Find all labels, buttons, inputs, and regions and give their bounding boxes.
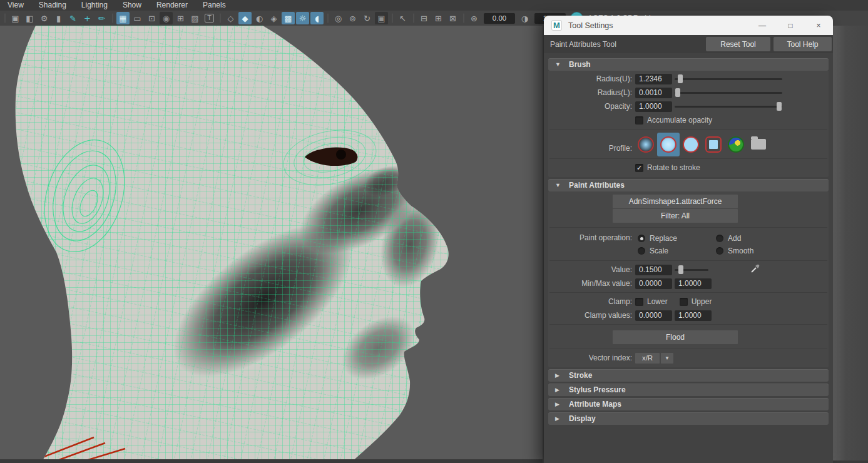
menu-view[interactable]: View [0, 0, 31, 11]
radius-l-field[interactable]: 0.0010 [635, 88, 672, 98]
accumulate-opacity-label: Accumulate opacity [647, 116, 712, 125]
resolution-gate-icon[interactable]: ⊡ [145, 12, 158, 24]
field-chart-icon-glyph: T [205, 14, 213, 23]
material-sphere-icon[interactable]: ◐ [253, 12, 266, 24]
clamp-upper-checkbox[interactable] [680, 298, 688, 306]
solid-icon [683, 136, 699, 153]
edit-region-icon-glyph: ⊠ [449, 14, 456, 23]
rotate-to-stroke-checkbox[interactable] [635, 164, 643, 172]
image-profile-button[interactable] [725, 133, 747, 156]
viewport-3d[interactable]: persp [0, 26, 543, 463]
radio-replace[interactable]: Replace [638, 234, 716, 243]
grid-toggle-icon[interactable]: ▦ [116, 12, 130, 24]
lighting-icon[interactable]: ☼ [296, 12, 309, 24]
ao-icon[interactable]: ◎ [332, 12, 345, 24]
motion-blur-icon[interactable]: ⊚ [346, 12, 359, 24]
radio-add[interactable]: Add [716, 234, 797, 243]
radius-u-slider[interactable] [675, 74, 782, 83]
square-icon [705, 136, 722, 153]
attribute-select-button[interactable]: AdnSimshape1.attractForce [613, 195, 738, 208]
viewport-canvas[interactable] [0, 26, 543, 463]
square-profile-button[interactable] [702, 133, 725, 156]
use-all-lights-icon[interactable]: ▩ [282, 12, 295, 24]
exposure-icon[interactable]: ⊛ [467, 12, 481, 24]
chevron-down-icon[interactable]: ▼ [661, 353, 673, 364]
reset-tool-button[interactable]: Reset Tool [706, 37, 770, 51]
value-field[interactable]: 0.1500 [635, 265, 672, 275]
section-stylus-pressure[interactable]: ▶Stylus Pressure [548, 384, 829, 396]
vector-index-label: Vector index: [548, 354, 632, 362]
section-attribute-maps[interactable]: ▶Attribute Maps [548, 398, 829, 410]
flood-button[interactable]: Flood [613, 330, 738, 344]
accumulate-opacity-checkbox[interactable] [635, 116, 643, 125]
shaded-mode-icon[interactable]: ◆ [238, 12, 252, 24]
maximize-icon[interactable]: □ [786, 21, 795, 30]
window-titlebar[interactable]: M Tool Settings — □ × [544, 16, 833, 35]
maya-application: ViewShadingLightingShowRendererPanels ▣◧… [0, 0, 868, 463]
radio-smooth[interactable]: Smooth [716, 247, 797, 255]
radius-u-field[interactable]: 1.2346 [635, 74, 672, 84]
min-value-field[interactable]: 0.0000 [635, 278, 672, 289]
gate-mask-icon[interactable]: ◉ [160, 12, 173, 24]
vector-index-dropdown[interactable]: x/R [635, 353, 660, 364]
exposure-field[interactable]: 0.00 [484, 13, 515, 24]
clamp-min-field[interactable]: 0.0000 [635, 310, 672, 321]
isolate-select-icon[interactable]: ⊟ [417, 12, 431, 24]
filter-button[interactable]: Filter: All [613, 209, 738, 223]
textured-mode-icon[interactable]: ◈ [267, 12, 280, 24]
pen-tool-icon[interactable]: ✏ [95, 12, 108, 24]
multi-pass-icon-glyph: ▣ [377, 14, 385, 23]
menu-renderer[interactable]: Renderer [149, 0, 195, 11]
tool-settings-window: M Tool Settings — □ × Paint Attributes T… [544, 16, 833, 463]
image-plane-icon[interactable]: ▨ [188, 12, 202, 24]
max-value-field[interactable]: 1.0000 [675, 278, 712, 289]
field-chart-icon[interactable]: T [203, 12, 216, 24]
camera-settings-icon[interactable]: ⚙ [38, 12, 51, 24]
opacity-field[interactable]: 1.0000 [635, 101, 672, 112]
radius-l-slider[interactable] [675, 88, 782, 97]
value-slider[interactable] [675, 265, 708, 274]
radio-scale[interactable]: Scale [638, 247, 716, 255]
anti-alias-icon[interactable]: ↻ [360, 12, 374, 24]
section-stroke[interactable]: ▶Stroke [548, 369, 829, 382]
film-gate-icon[interactable]: ▭ [131, 12, 144, 24]
clamp-lower-checkbox[interactable] [635, 298, 643, 306]
tool-header: Paint Attributes Tool Reset Tool Tool He… [544, 35, 833, 53]
menu-panels[interactable]: Panels [195, 0, 233, 11]
gamma-icon[interactable]: ◑ [518, 12, 531, 24]
section-display[interactable]: ▶Display [548, 412, 829, 425]
eyedropper-icon[interactable] [750, 263, 761, 274]
camera-lock-icon[interactable]: ◧ [23, 12, 36, 24]
minimize-icon[interactable]: — [758, 21, 767, 30]
close-icon[interactable]: × [814, 21, 823, 30]
tool-help-button[interactable]: Tool Help [774, 37, 832, 51]
solid-profile-button[interactable] [680, 133, 702, 156]
edit-region-icon[interactable]: ⊠ [446, 12, 459, 24]
menu-lighting[interactable]: Lighting [74, 0, 115, 11]
radio-scale-label: Scale [650, 247, 668, 255]
gaussian-profile-button[interactable] [635, 133, 657, 156]
section-brush[interactable]: ▼ Brush [548, 58, 829, 71]
isolate-add-icon[interactable]: ⊞ [432, 12, 445, 24]
soft-profile-button[interactable] [657, 133, 680, 156]
menu-shading[interactable]: Shading [31, 0, 74, 11]
camera-icon[interactable]: ▣ [9, 12, 22, 24]
wireframe-mode-icon[interactable]: ◇ [224, 12, 237, 24]
browse-profile-button[interactable] [747, 133, 770, 156]
resolution-gate-icon-glyph: ⊡ [148, 14, 155, 23]
gaussian-icon [638, 136, 654, 153]
clamp-max-field[interactable]: 1.0000 [675, 310, 712, 321]
opacity-slider[interactable] [675, 102, 782, 111]
profile-label: Profile: [548, 144, 632, 156]
menu-show[interactable]: Show [115, 0, 149, 11]
select-tool-icon[interactable]: ↖ [396, 12, 409, 24]
section-paint-attributes[interactable]: ▼ Paint Attributes [548, 179, 829, 191]
brush-tool-icon[interactable]: ✎ [66, 12, 79, 24]
pan-zoom-tool-icon[interactable]: + [81, 12, 94, 24]
bookmark-icon[interactable]: ▮ [52, 12, 65, 24]
shadows-icon[interactable]: ◖ [310, 12, 324, 24]
multi-pass-icon[interactable]: ▣ [375, 12, 388, 24]
toolbar-separator [110, 13, 115, 24]
material-sphere-icon-glyph: ◐ [256, 14, 263, 23]
display-region-icon[interactable]: ⊞ [174, 12, 187, 24]
